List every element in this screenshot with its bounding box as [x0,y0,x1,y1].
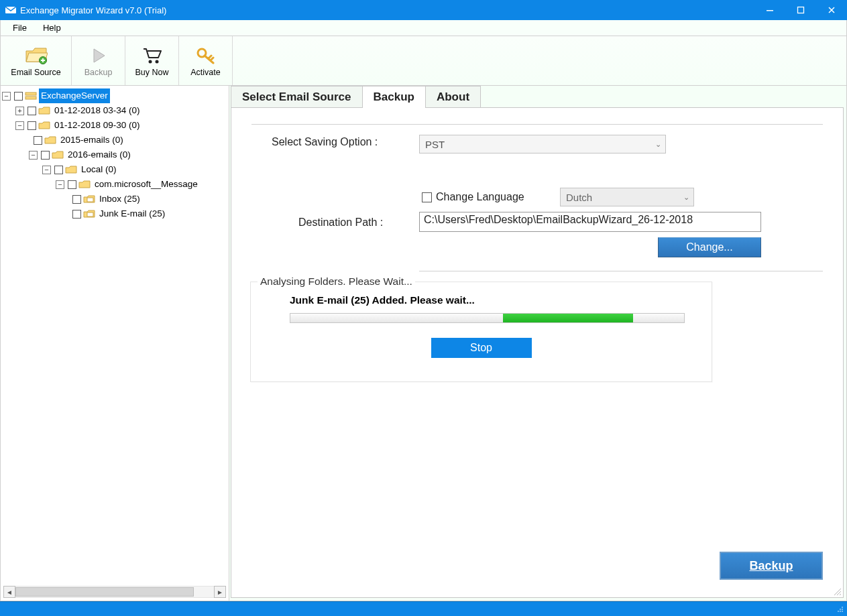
scroll-left-icon[interactable]: ◄ [3,586,15,598]
collapse-icon[interactable]: − [15,121,24,130]
change-path-button[interactable]: Change... [658,237,761,257]
tree-checkbox[interactable] [27,107,36,115]
tree-item[interactable]: Junk E-mail (25) [97,206,167,221]
chevron-down-icon: ⌄ [655,140,661,149]
folder-tree[interactable]: − ExchangeServer + 01-12-2018 03-34 (0) … [1,86,229,224]
svg-point-18 [840,611,841,612]
folder-icon [38,106,50,115]
tab-about[interactable]: About [425,86,481,108]
tree-panel: − ExchangeServer + 01-12-2018 03-34 (0) … [1,86,229,601]
svg-rect-10 [87,212,93,217]
tab-body-backup: Select Saving Option : PST ⌄ Change Lang… [231,107,844,598]
folder-icon [52,150,64,160]
backup-button[interactable]: Backup [720,552,823,580]
svg-rect-2 [798,7,804,13]
tree-checkbox[interactable] [54,166,63,174]
collapse-icon[interactable]: − [2,92,11,101]
scroll-right-icon[interactable]: ► [214,586,226,598]
tree-root[interactable]: ExchangeServer [39,88,110,103]
tb-label: Activate [190,68,220,77]
key-icon [196,45,216,66]
cart-icon [142,45,162,66]
tab-strip: Select Email Source Backup About [231,86,480,108]
tree-item[interactable]: 2016-emails (0) [66,147,133,162]
mail-folder-icon [83,209,95,219]
tree-item[interactable]: 01-12-2018 03-34 (0) [52,103,142,118]
collapse-icon[interactable]: − [56,180,64,189]
tree-item[interactable]: 01-12-2018 09-30 (0) [52,118,142,133]
folder-icon [78,180,91,189]
scroll-track[interactable] [15,586,214,598]
divider [419,271,823,271]
svg-point-14 [842,607,843,608]
tb-email-source[interactable]: Email Source [1,36,72,85]
stop-button[interactable]: Stop [431,338,532,358]
collapse-icon[interactable]: − [42,166,51,174]
collapse-icon[interactable]: − [29,151,38,160]
progress-fill [503,314,633,322]
window-maximize[interactable] [785,0,816,20]
folder-icon [38,121,50,130]
tb-label: Email Source [11,68,60,77]
change-language-label: Change Language [436,191,524,203]
menu-file[interactable]: File [5,21,35,34]
svg-point-19 [842,611,843,612]
svg-point-15 [840,609,841,610]
progress-panel: Analysing Folders. Please Wait... Junk E… [250,282,712,382]
tree-checkbox[interactable] [34,136,42,145]
toolbar: Email Source Backup Buy Now Activate [0,36,847,86]
svg-point-17 [838,611,839,612]
destination-path-value: C:\Users\Fred\Desktop\EmailBackupWizard_… [424,214,693,225]
destination-path-label: Destination Path : [298,217,383,229]
expand-icon[interactable]: + [15,107,24,115]
divider [251,124,823,125]
saving-option-dropdown[interactable]: PST ⌄ [419,135,666,153]
svg-point-16 [842,609,843,610]
destination-path-input[interactable]: C:\Users\Fred\Desktop\EmailBackupWizard_… [419,212,761,232]
main-panel: Select Email Source Backup About Select … [229,86,846,601]
folder-icon [44,135,56,145]
tree-checkbox[interactable] [72,210,81,219]
progress-legend: Analysing Folders. Please Wait... [258,275,415,288]
tb-label: Buy Now [135,68,168,77]
menu-help[interactable]: Help [35,21,69,34]
tree-checkbox[interactable] [68,180,76,189]
tb-backup: Backup [72,36,125,85]
chevron-down-icon: ⌄ [683,193,689,202]
tb-label: Backup [84,68,113,77]
statusbar-grip-icon [835,604,846,615]
tree-checkbox[interactable] [41,151,50,160]
play-icon [91,45,106,66]
tree-checkbox[interactable] [14,92,23,101]
svg-rect-1 [767,10,773,11]
tree-item[interactable]: com.microsoft__Message [93,177,200,192]
server-icon [25,91,37,101]
language-dropdown: Dutch ⌄ [560,188,694,206]
menubar: File Help [0,20,847,36]
statusbar [0,601,847,616]
folder-icon [65,165,77,174]
change-language-checkbox[interactable] [422,192,432,202]
tab-select-source[interactable]: Select Email Source [231,86,363,108]
titlebar: Exchange Migrator Wizard v7.0 (Trial) [0,0,847,20]
tab-backup[interactable]: Backup [362,86,426,108]
window-minimize[interactable] [754,0,785,20]
tree-item[interactable]: Local (0) [79,162,119,177]
tb-buy-now[interactable]: Buy Now [125,36,179,85]
tree-checkbox[interactable] [27,121,36,130]
tree-item[interactable]: Inbox (25) [97,192,142,206]
svg-rect-7 [25,93,36,95]
tree-scrollbar[interactable]: ◄ ► [3,586,226,598]
window-title: Exchange Migrator Wizard v7.0 (Trial) [20,5,754,15]
content: − ExchangeServer + 01-12-2018 03-34 (0) … [0,86,847,601]
svg-rect-8 [25,97,36,99]
scroll-thumb[interactable] [15,587,194,597]
tree-item[interactable]: 2015-emails (0) [58,133,125,147]
tree-checkbox[interactable] [72,195,81,204]
language-value: Dutch [566,192,592,203]
resize-grip-icon[interactable] [832,587,842,596]
tb-activate[interactable]: Activate [179,36,233,85]
saving-option-value: PST [425,139,445,150]
svg-line-13 [840,594,841,595]
window-close[interactable] [816,0,847,20]
